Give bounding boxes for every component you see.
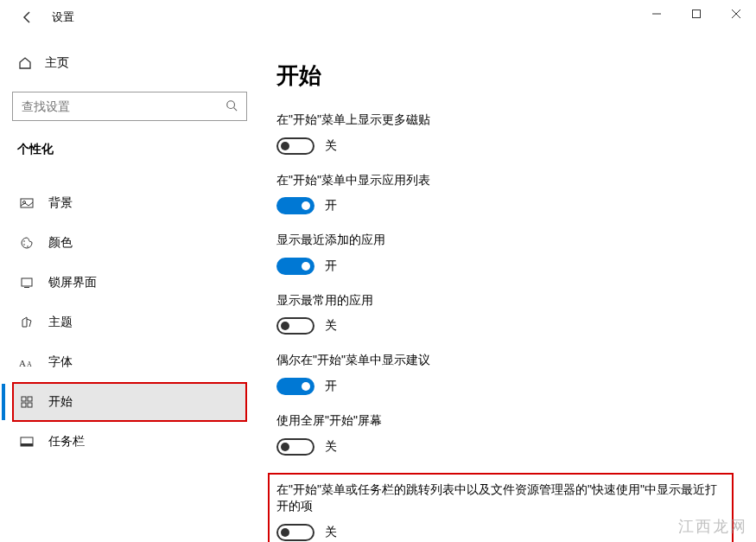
toggle-state-text: 开 bbox=[325, 379, 337, 394]
toggle-fullscreen[interactable] bbox=[276, 438, 314, 456]
picture-icon bbox=[19, 195, 35, 211]
setting-label: 在"开始"菜单中显示应用列表 bbox=[276, 172, 732, 189]
toggle-state-text: 关 bbox=[325, 439, 337, 455]
titlebar: 设置 bbox=[0, 0, 756, 35]
close-icon bbox=[732, 10, 740, 18]
back-button[interactable] bbox=[16, 5, 40, 29]
svg-line-5 bbox=[234, 107, 238, 111]
setting-more-tiles: 在"开始"菜单上显示更多磁贴 关 bbox=[276, 112, 732, 155]
svg-point-4 bbox=[227, 100, 235, 108]
sidebar-item-label: 锁屏界面 bbox=[48, 275, 97, 290]
nav-list: 背景 颜色 锁屏界面 主题 AA 字体 开始 bbox=[12, 183, 247, 462]
svg-point-10 bbox=[27, 245, 29, 247]
search-icon bbox=[226, 99, 238, 114]
sidebar-item-taskbar[interactable]: 任务栏 bbox=[12, 422, 247, 462]
svg-point-9 bbox=[23, 244, 25, 245]
setting-suggestions: 偶尔在"开始"菜单中显示建议 开 bbox=[276, 352, 732, 395]
setting-label: 显示最常用的应用 bbox=[276, 292, 732, 309]
sidebar-item-label: 颜色 bbox=[48, 235, 73, 251]
sidebar-item-label: 任务栏 bbox=[48, 434, 85, 450]
svg-text:A: A bbox=[27, 360, 32, 368]
search-input[interactable] bbox=[22, 99, 226, 113]
maximize-button[interactable] bbox=[677, 0, 716, 28]
search-box[interactable] bbox=[12, 92, 247, 121]
home-icon bbox=[17, 56, 33, 70]
sidebar-item-fonts[interactable]: AA 字体 bbox=[12, 342, 247, 382]
svg-rect-11 bbox=[22, 278, 32, 286]
section-header: 个性化 bbox=[12, 142, 247, 157]
toggle-recently-added[interactable] bbox=[276, 258, 314, 275]
toggle-most-used[interactable] bbox=[276, 317, 314, 335]
svg-rect-17 bbox=[22, 403, 26, 407]
setting-jump-lists: 在"开始"菜单或任务栏的跳转列表中以及文件资源管理器的"快速使用"中显示最近打开… bbox=[268, 473, 734, 542]
toggle-state-text: 关 bbox=[325, 318, 337, 334]
toggle-state-text: 关 bbox=[325, 525, 337, 540]
toggle-app-list[interactable] bbox=[276, 197, 314, 214]
setting-label: 偶尔在"开始"菜单中显示建议 bbox=[276, 352, 732, 369]
lockscreen-icon bbox=[19, 275, 35, 290]
font-icon: AA bbox=[19, 354, 35, 370]
toggle-state-text: 开 bbox=[325, 258, 337, 274]
content-area: 开始 在"开始"菜单上显示更多磁贴 关 在"开始"菜单中显示应用列表 开 显示最… bbox=[259, 35, 756, 542]
setting-fullscreen: 使用全屏"开始"屏幕 关 bbox=[276, 412, 732, 456]
setting-label: 在"开始"菜单上显示更多磁贴 bbox=[276, 112, 732, 129]
setting-app-list: 在"开始"菜单中显示应用列表 开 bbox=[276, 172, 732, 215]
toggle-state-text: 开 bbox=[325, 198, 337, 214]
arrow-left-icon bbox=[21, 10, 35, 24]
sidebar-item-label: 开始 bbox=[48, 394, 73, 410]
setting-recently-added: 显示最近添加的应用 开 bbox=[276, 232, 732, 275]
toggle-jump-lists[interactable] bbox=[276, 524, 314, 541]
watermark: 江西龙网 bbox=[678, 516, 747, 537]
minimize-icon bbox=[652, 10, 661, 18]
window-title: 设置 bbox=[52, 10, 74, 25]
sidebar-item-label: 背景 bbox=[48, 195, 73, 211]
toggle-more-tiles[interactable] bbox=[276, 137, 314, 155]
svg-text:A: A bbox=[19, 358, 26, 368]
theme-icon bbox=[19, 315, 35, 330]
svg-rect-16 bbox=[28, 397, 32, 401]
svg-rect-6 bbox=[21, 199, 33, 207]
svg-point-8 bbox=[23, 240, 25, 242]
sidebar-item-start[interactable]: 开始 bbox=[12, 382, 247, 422]
page-title: 开始 bbox=[276, 61, 732, 91]
taskbar-icon bbox=[19, 434, 35, 450]
home-nav[interactable]: 主页 bbox=[12, 50, 247, 76]
setting-most-used: 显示最常用的应用 关 bbox=[276, 292, 732, 335]
window-controls bbox=[637, 0, 756, 28]
sidebar-item-label: 字体 bbox=[48, 354, 73, 370]
toggle-suggestions[interactable] bbox=[276, 378, 314, 395]
sidebar-item-themes[interactable]: 主题 bbox=[12, 303, 247, 342]
svg-rect-12 bbox=[24, 287, 29, 288]
toggle-state-text: 关 bbox=[325, 138, 337, 154]
setting-label: 使用全屏"开始"屏幕 bbox=[276, 412, 732, 430]
svg-rect-15 bbox=[22, 397, 26, 401]
sidebar-item-label: 主题 bbox=[48, 315, 73, 330]
svg-rect-1 bbox=[693, 10, 701, 18]
maximize-icon bbox=[692, 10, 701, 18]
setting-label: 显示最近添加的应用 bbox=[276, 232, 732, 249]
close-button[interactable] bbox=[716, 0, 756, 28]
palette-icon bbox=[19, 235, 35, 251]
sidebar-item-colors[interactable]: 颜色 bbox=[12, 223, 247, 263]
setting-label: 在"开始"菜单或任务栏的跳转列表中以及文件资源管理器的"快速使用"中显示最近打开… bbox=[276, 481, 725, 515]
start-icon bbox=[19, 394, 35, 410]
svg-rect-20 bbox=[21, 443, 33, 446]
home-label: 主页 bbox=[45, 55, 69, 71]
sidebar-item-lockscreen[interactable]: 锁屏界面 bbox=[12, 263, 247, 303]
minimize-button[interactable] bbox=[637, 0, 677, 28]
sidebar-item-background[interactable]: 背景 bbox=[12, 183, 247, 223]
sidebar: 主页 个性化 背景 颜色 锁屏界面 主题 bbox=[0, 35, 259, 542]
svg-rect-18 bbox=[28, 403, 32, 407]
